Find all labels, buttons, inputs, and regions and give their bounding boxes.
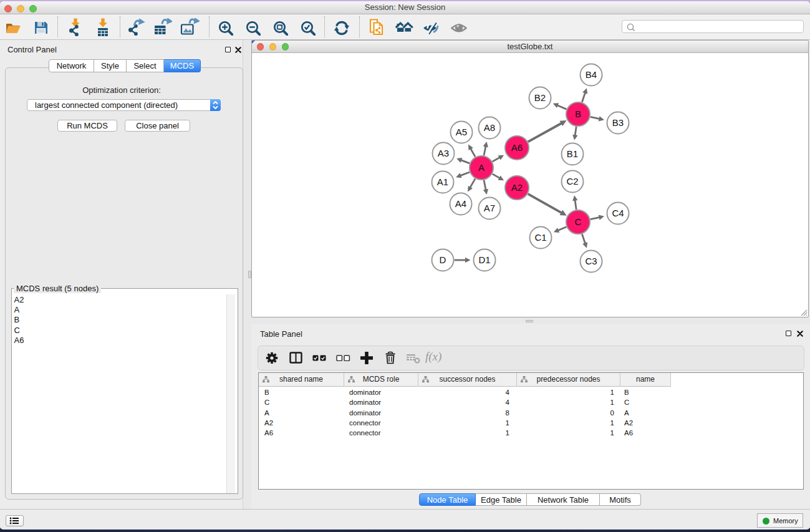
svg-text:C: C xyxy=(575,216,582,227)
svg-text:A4: A4 xyxy=(455,198,466,209)
svg-text:B4: B4 xyxy=(586,69,597,80)
svg-text:C4: C4 xyxy=(612,208,624,218)
svg-text:A3: A3 xyxy=(438,148,449,158)
svg-text:f(x): f(x) xyxy=(425,351,441,364)
svg-text:A7: A7 xyxy=(484,203,495,213)
svg-text:A1: A1 xyxy=(437,177,448,187)
svg-text:B: B xyxy=(575,109,581,119)
svg-text:B2: B2 xyxy=(534,92,546,103)
svg-text:B1: B1 xyxy=(567,148,578,159)
svg-text:A: A xyxy=(478,162,485,173)
svg-text:C3: C3 xyxy=(585,256,597,266)
svg-text:A8: A8 xyxy=(484,122,495,133)
svg-text:D1: D1 xyxy=(478,254,490,265)
svg-text:A2: A2 xyxy=(511,182,523,193)
svg-text:A5: A5 xyxy=(456,127,467,137)
svg-text:B3: B3 xyxy=(612,117,624,128)
svg-text:C2: C2 xyxy=(566,176,578,186)
svg-text:C1: C1 xyxy=(534,232,546,243)
svg-text:D: D xyxy=(440,254,446,265)
svg-text:A6: A6 xyxy=(511,142,523,153)
